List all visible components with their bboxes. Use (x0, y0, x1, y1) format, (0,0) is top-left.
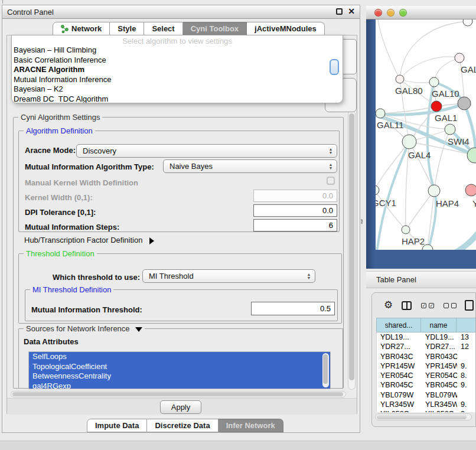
attributes-scrollbar[interactable] (322, 353, 329, 387)
control-panel-titlebar[interactable]: Control Panel ✕ (2, 5, 360, 19)
select-all-check-icon[interactable]: ✓ (429, 303, 434, 308)
tab-label: Network (71, 22, 102, 35)
network-graph[interactable]: GALGAL80GAL10GAL1GAL11SWI4GAL4GCY1HAP4YH… (376, 19, 476, 250)
mi-algorithm-type-combo[interactable]: Naive Bayes ▲▼ (163, 159, 337, 173)
algorithm-item[interactable]: Bayesian – K2 (12, 84, 343, 94)
tab-select[interactable]: Select (144, 22, 182, 35)
attribute-item-selected[interactable]: BetweennessCentrality (29, 371, 330, 381)
attribute-item-selected[interactable]: gal4RGexp (29, 381, 330, 390)
tab-style[interactable]: Style (110, 22, 144, 35)
sources-legend[interactable]: Sources for Network Inference (24, 324, 145, 333)
network-node-gal1[interactable] (431, 101, 442, 112)
settings-vertical-scrollbar-thumb[interactable] (349, 113, 354, 380)
close-traffic-light-icon[interactable] (374, 9, 382, 17)
table-row[interactable]: YIL052CYIL052C9 (377, 409, 476, 412)
table-horizontal-scrollbar[interactable] (375, 413, 472, 420)
tab-infer-network[interactable]: Infer Network (219, 419, 283, 432)
panel-divider-grip[interactable] (361, 219, 363, 223)
attribute-item-selected[interactable]: SelfLoops (29, 352, 330, 362)
attribute-item-selected[interactable]: TopologicalCoefficient (29, 362, 330, 372)
kernel-width-input[interactable] (253, 190, 337, 202)
table-row[interactable]: YBR045CYBR045C9. (377, 380, 476, 390)
network-edge[interactable] (376, 190, 406, 230)
manual-kernel-width-checkbox[interactable] (327, 177, 335, 185)
table-horizontal-scrollbar-thumb[interactable] (377, 415, 467, 419)
network-node-gcy1[interactable] (376, 185, 379, 195)
apply-button[interactable]: Apply (160, 400, 201, 414)
deselect-all-icon[interactable] (451, 303, 457, 308)
algorithm-item[interactable]: Bayesian – Hill Climbing (12, 45, 343, 56)
network-edge[interactable] (409, 142, 434, 191)
deselect-all-icon[interactable] (444, 303, 449, 308)
algorithm-item[interactable]: Dream8 DC_TDC Algorithm (12, 94, 343, 104)
network-node-gal11[interactable] (376, 109, 385, 118)
network-node-swi4[interactable] (445, 124, 455, 135)
control-panel-title: Control Panel (2, 8, 54, 17)
network-edge[interactable] (406, 191, 434, 230)
network-node-gal10[interactable] (429, 77, 439, 87)
network-edge-highlighted[interactable] (438, 230, 476, 250)
table-row[interactable]: YBR043CYBR043C (377, 352, 476, 361)
zoom-traffic-light-icon[interactable] (399, 9, 407, 17)
network-node[interactable] (458, 97, 471, 110)
tab-impute-data[interactable]: Impute Data (87, 419, 147, 432)
columns-icon[interactable] (402, 301, 412, 310)
algorithm-item[interactable]: Basic Correlation Inference (12, 56, 343, 66)
dpi-tolerance-input[interactable] (253, 204, 337, 217)
algorithm-item[interactable]: Mutual Information Inference (12, 75, 343, 85)
table-row[interactable]: YDL19...YDL19...13 (377, 332, 476, 342)
data-attributes-label: Data Attributes (24, 337, 79, 346)
algorithm-popup-placeholder: Select algorithm to view settings (12, 37, 343, 45)
which-threshold-combo[interactable]: MI Threshold ▲▼ (142, 269, 315, 283)
hub-tf-definition-expander[interactable]: Hub/Transcription Factor Definition (24, 236, 154, 244)
table-panel-titlebar[interactable]: Table Panel (366, 271, 476, 288)
network-edge[interactable] (400, 21, 468, 79)
table-row[interactable]: YLR345WYLR345W9. (377, 400, 476, 409)
manual-kernel-width-label: Manual Kernel Width Definition (25, 178, 138, 187)
aracne-mode-combo[interactable]: Discovery ▲▼ (76, 144, 337, 158)
network-node[interactable] (463, 19, 472, 26)
table-row[interactable]: YBL079WYBL079W (377, 390, 476, 400)
network-edge[interactable] (400, 79, 434, 83)
column-header[interactable] (457, 318, 476, 332)
network-node-gal4[interactable] (402, 135, 416, 149)
tab-discretize-data[interactable]: Discretize Data (147, 419, 218, 432)
network-edge-highlighted[interactable] (428, 191, 436, 250)
minimize-traffic-light-icon[interactable] (387, 9, 395, 17)
data-attributes-list[interactable]: SelfLoopsTopologicalCoefficientBetweenne… (28, 351, 331, 389)
column-header[interactable]: name (421, 318, 457, 332)
network-window-titlebar[interactable] (366, 6, 476, 19)
column-header[interactable]: shared... (376, 318, 421, 332)
network-node-hap2[interactable] (402, 226, 410, 234)
table-row[interactable]: YER054CYER054C8. (377, 371, 476, 380)
settings-gear-icon[interactable]: ⚙ (384, 299, 393, 311)
focused-spinner-button[interactable] (330, 59, 339, 75)
network-node-hap4[interactable] (428, 185, 440, 197)
network-node-gal80[interactable] (396, 75, 404, 83)
algorithm-item[interactable]: ARACNE Algorithm (12, 65, 343, 75)
which-threshold-value: MI Threshold (143, 272, 303, 281)
table-row[interactable]: YDR27...YDR27...12 (377, 342, 476, 351)
settings-horizontal-scrollbar-thumb[interactable] (12, 392, 343, 396)
network-edge[interactable] (434, 58, 459, 82)
new-table-icon[interactable] (465, 300, 474, 311)
network-edge[interactable] (378, 19, 400, 79)
network-node-gal[interactable] (455, 53, 464, 63)
tab-network[interactable]: Network (53, 22, 110, 35)
network-canvas[interactable]: GALGAL80GAL10GAL1GAL11SWI4GAL4GCY1HAP4YH… (376, 19, 476, 250)
attributes-scrollbar-thumb[interactable] (323, 354, 328, 384)
tab-cyni-toolbox[interactable]: Cyni Toolbox (183, 22, 247, 35)
tab-jactivemnodules[interactable]: jActiveMNodules (247, 22, 325, 35)
settings-vertical-scrollbar[interactable] (348, 110, 356, 390)
mi-steps-label: Mutual Information Steps: (25, 223, 119, 231)
network-edge[interactable] (400, 57, 459, 79)
float-window-icon[interactable] (336, 8, 343, 15)
select-all-check-icon[interactable]: ✓ (421, 303, 426, 308)
table-toolbar: ⚙ ✓ ✓ (372, 298, 475, 313)
table-row[interactable]: YPR145WYPR145W9. (377, 361, 476, 371)
settings-horizontal-scrollbar[interactable] (11, 391, 346, 397)
network-node-y[interactable] (465, 184, 476, 196)
mi-steps-input[interactable] (253, 219, 337, 231)
close-icon[interactable]: ✕ (348, 7, 355, 15)
mi-threshold-input[interactable] (251, 302, 335, 315)
